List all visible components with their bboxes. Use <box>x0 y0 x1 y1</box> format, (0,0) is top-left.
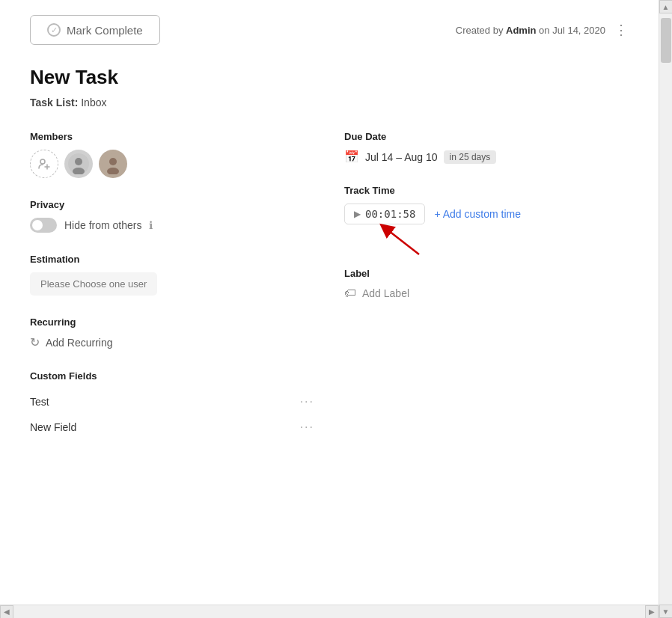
scroll-down-arrow[interactable]: ▼ <box>659 605 673 618</box>
members-row <box>30 150 314 178</box>
custom-fields-label: Custom Fields <box>30 370 314 382</box>
members-label: Members <box>30 131 314 142</box>
svg-line-10 <box>385 228 419 254</box>
scroll-up-arrow[interactable]: ▲ <box>659 0 673 13</box>
info-icon[interactable]: ℹ <box>149 219 153 231</box>
privacy-toggle[interactable] <box>30 218 57 233</box>
add-member-icon <box>37 157 51 171</box>
in-days-badge: in 25 days <box>444 150 497 164</box>
privacy-section: Privacy Hide from others ℹ <box>30 199 314 233</box>
track-time-section: Track Time ▶ 00:01:58 + Add custom time <box>344 185 629 262</box>
custom-field-name-newfield: New Field <box>30 421 76 433</box>
calendar-icon: 📅 <box>344 150 359 164</box>
task-list-row: Task List: Inbox <box>30 97 629 108</box>
vertical-scrollbar[interactable]: ▲ ▼ <box>659 0 672 618</box>
mark-complete-button[interactable]: ✓ Mark Complete <box>30 15 160 45</box>
scroll-right-arrow[interactable]: ▶ <box>645 605 659 619</box>
svg-point-4 <box>75 158 82 165</box>
add-recurring-label: Add Recurring <box>46 337 113 349</box>
add-custom-time-link[interactable]: + Add custom time <box>434 208 521 220</box>
custom-field-row-newfield: New Field ··· <box>30 414 314 440</box>
due-date-range: Jul 14 – Aug 10 <box>365 151 438 163</box>
task-title: New Task <box>30 66 629 89</box>
label-section: Label 🏷 Add Label <box>344 268 629 300</box>
track-time-label: Track Time <box>344 185 629 196</box>
add-label-row[interactable]: 🏷 Add Label <box>344 287 629 300</box>
avatar-icon-1 <box>68 153 89 174</box>
member-avatar-2[interactable] <box>99 150 127 178</box>
avatar-icon-2 <box>103 153 123 174</box>
members-section: Members <box>30 131 314 178</box>
more-options-icon[interactable]: ⋮ <box>614 22 629 38</box>
estimation-label: Estimation <box>30 254 314 265</box>
timer-box[interactable]: ▶ 00:01:58 <box>344 204 425 224</box>
track-time-row: ▶ 00:01:58 + Add custom time <box>344 204 629 224</box>
timer-display: 00:01:58 <box>365 208 415 220</box>
scroll-thumb[interactable] <box>661 18 671 63</box>
add-member-button[interactable] <box>30 150 58 178</box>
created-info-text: Created by Admin on Jul 14, 2020 <box>456 25 605 36</box>
toggle-knob <box>32 220 43 230</box>
due-date-row[interactable]: 📅 Jul 14 – Aug 10 in 25 days <box>344 150 629 164</box>
due-date-section: Due Date 📅 Jul 14 – Aug 10 in 25 days <box>344 131 629 164</box>
estimation-dropdown[interactable]: Please Choose one user <box>30 272 157 296</box>
due-date-label: Due Date <box>344 131 629 142</box>
member-avatar-1[interactable] <box>64 150 93 178</box>
custom-field-dots-test[interactable]: ··· <box>300 395 314 409</box>
add-recurring-row[interactable]: ↻ Add Recurring <box>30 335 314 349</box>
recurring-section: Recurring ↻ Add Recurring <box>30 316 314 349</box>
recurring-label: Recurring <box>30 316 314 328</box>
add-label-text: Add Label <box>362 287 409 299</box>
scroll-left-arrow[interactable]: ◀ <box>0 605 13 619</box>
privacy-row: Hide from others ℹ <box>30 218 314 233</box>
estimation-section: Estimation Please Choose one user <box>30 254 314 296</box>
custom-field-name-test: Test <box>30 396 49 408</box>
svg-point-0 <box>40 159 45 164</box>
recurring-icon: ↻ <box>30 335 40 349</box>
mark-complete-label: Mark Complete <box>67 24 143 37</box>
play-icon: ▶ <box>354 209 361 219</box>
custom-fields-section: Custom Fields Test ··· New Field ··· <box>30 370 314 440</box>
hide-from-others-text: Hide from others <box>64 219 141 231</box>
svg-point-7 <box>109 158 117 165</box>
label-section-label: Label <box>344 268 629 279</box>
custom-field-dots-newfield[interactable]: ··· <box>300 420 314 434</box>
privacy-label: Privacy <box>30 199 314 210</box>
check-icon: ✓ <box>47 23 61 37</box>
label-icon: 🏷 <box>344 287 356 300</box>
estimation-placeholder: Please Choose one user <box>40 278 147 290</box>
horizontal-scrollbar[interactable]: ◀ ▶ <box>0 605 659 618</box>
custom-field-row-test: Test ··· <box>30 389 314 414</box>
header-row: ✓ Mark Complete Created by Admin on Jul … <box>30 15 629 45</box>
